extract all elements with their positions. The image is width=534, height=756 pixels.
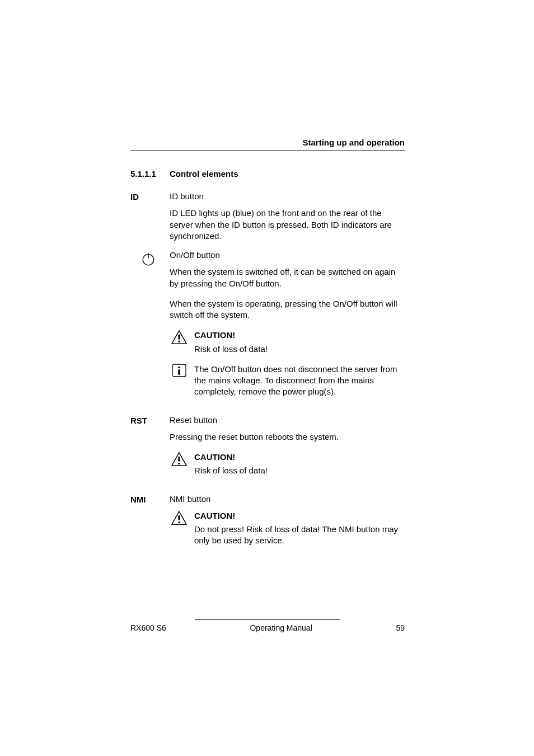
rst-caution-body: Risk of loss of data! xyxy=(194,465,405,476)
onoff-info-body: The On/Off button does not disconnect th… xyxy=(194,364,405,398)
svg-point-6 xyxy=(178,366,180,368)
svg-point-10 xyxy=(178,463,180,464)
section-number: 5.1.1.1 xyxy=(130,169,160,179)
rst-caution-head: CAUTION! xyxy=(194,452,405,463)
info-icon xyxy=(172,364,186,377)
rst-title: Reset button xyxy=(170,415,405,426)
nmi-caution-body: Do not press! Risk of loss of data! The … xyxy=(194,524,405,547)
footer-rule xyxy=(195,619,340,620)
page-footer: RX600 S6 Operating Manual 59 xyxy=(130,619,405,632)
label-rst: RST xyxy=(130,415,166,486)
caution-icon xyxy=(171,330,188,345)
svg-rect-9 xyxy=(178,456,180,461)
caution-icon xyxy=(171,510,188,526)
svg-rect-12 xyxy=(178,515,180,520)
onoff-caution-body: Risk of loss of data! xyxy=(194,344,405,355)
power-icon xyxy=(141,252,156,266)
nmi-caution: CAUTION! Do not press! Risk of loss of d… xyxy=(170,510,405,547)
footer-model: RX600 S6 xyxy=(130,623,166,632)
footer-title: Operating Manual xyxy=(166,623,396,632)
nmi-title: NMI button xyxy=(170,494,405,505)
label-id: ID xyxy=(130,191,166,242)
onoff-title: On/Off button xyxy=(170,250,405,261)
onoff-paragraph-2: When the system is operating, pressing t… xyxy=(170,298,405,321)
caution-icon xyxy=(171,452,188,467)
id-description: ID LED lights up (blue) on the front and… xyxy=(170,208,405,242)
onoff-paragraph-1: When the system is switched off, it can … xyxy=(170,266,405,289)
svg-rect-3 xyxy=(178,335,180,340)
label-nmi: NMI xyxy=(130,494,166,556)
nmi-caution-head: CAUTION! xyxy=(194,510,405,522)
section-title: Control elements xyxy=(170,169,238,179)
rst-description: Pressing the reset button reboots the sy… xyxy=(170,431,405,443)
svg-point-4 xyxy=(178,341,180,342)
onoff-caution: CAUTION! Risk of loss of data! xyxy=(170,330,405,355)
label-onoff xyxy=(130,250,166,407)
onoff-caution-head: CAUTION! xyxy=(194,330,405,341)
header-rule xyxy=(130,151,405,151)
rst-caution: CAUTION! Risk of loss of data! xyxy=(170,452,405,477)
running-header: Starting up and operation xyxy=(130,138,405,147)
onoff-info: The On/Off button does not disconnect th… xyxy=(170,364,405,398)
footer-page: 59 xyxy=(396,623,405,632)
id-title: ID button xyxy=(170,191,405,202)
svg-rect-7 xyxy=(178,369,180,375)
svg-point-13 xyxy=(178,522,180,523)
